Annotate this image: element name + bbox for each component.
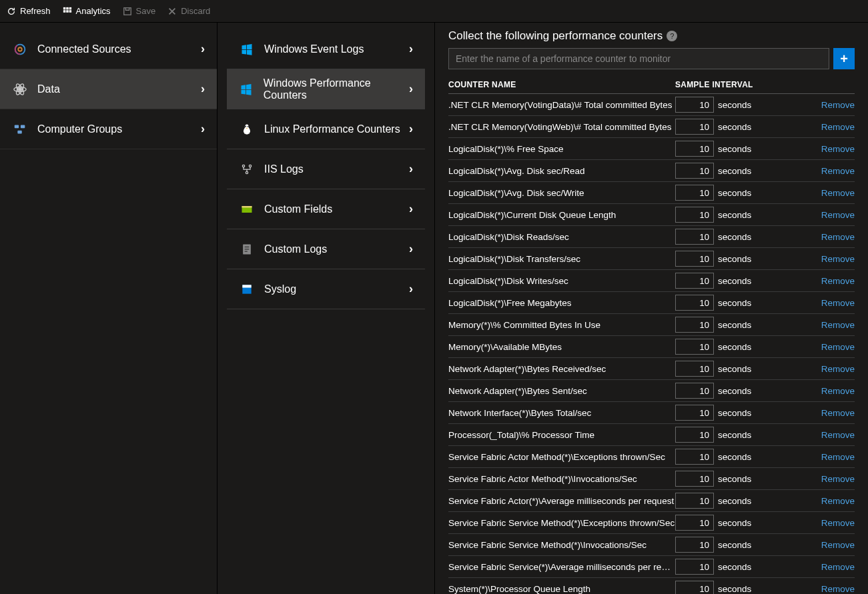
interval-input[interactable]: [675, 361, 714, 377]
interval-input[interactable]: [675, 537, 714, 553]
interval-input[interactable]: [675, 97, 714, 113]
nav-data[interactable]: Data ›: [0, 69, 217, 109]
seconds-label: seconds: [718, 100, 751, 110]
interval-input[interactable]: [675, 251, 714, 267]
remove-link[interactable]: Remove: [821, 452, 855, 462]
interval-input[interactable]: [675, 185, 714, 201]
interval-input[interactable]: [675, 493, 714, 509]
counter-interval: seconds: [675, 273, 782, 289]
remove-link[interactable]: Remove: [821, 430, 855, 440]
seconds-label: seconds: [718, 254, 751, 264]
nav-windows-perf-counters[interactable]: Windows Performance Counters ›: [227, 69, 425, 109]
interval-input[interactable]: [675, 119, 714, 135]
counter-interval: seconds: [675, 405, 782, 421]
interval-input[interactable]: [675, 339, 714, 355]
interval-input[interactable]: [675, 207, 714, 223]
remove-link[interactable]: Remove: [821, 254, 855, 264]
counter-row: LogicalDisk(*)\Disk Writes/secsecondsRem…: [448, 270, 855, 292]
data-icon: [12, 81, 28, 97]
remove-link[interactable]: Remove: [821, 364, 855, 374]
remove-link[interactable]: Remove: [821, 100, 855, 110]
nav-windows-event-logs[interactable]: Windows Event Logs ›: [227, 29, 425, 69]
interval-input[interactable]: [675, 581, 714, 594]
nav-custom-fields[interactable]: Custom Fields ›: [227, 189, 425, 229]
nav-iis-logs[interactable]: IIS Logs ›: [227, 149, 425, 189]
chevron-right-icon: ›: [201, 42, 205, 56]
custom-logs-icon: [239, 241, 255, 257]
svg-rect-14: [15, 125, 19, 128]
remove-link[interactable]: Remove: [821, 496, 855, 506]
counter-row: Network Adapter(*)\Bytes Received/secsec…: [448, 358, 855, 380]
analytics-button[interactable]: Analytics: [63, 6, 111, 16]
remove-link[interactable]: Remove: [821, 122, 855, 132]
interval-input[interactable]: [675, 163, 714, 179]
interval-input[interactable]: [675, 449, 714, 465]
svg-point-7: [18, 47, 22, 51]
remove-link[interactable]: Remove: [821, 188, 855, 198]
counter-interval: seconds: [675, 493, 782, 509]
remove-link[interactable]: Remove: [821, 342, 855, 352]
remove-link[interactable]: Remove: [821, 276, 855, 286]
interval-input[interactable]: [675, 295, 714, 311]
interval-input[interactable]: [675, 427, 714, 443]
nav-label: Custom Fields: [264, 203, 332, 215]
counter-interval: seconds: [675, 295, 782, 311]
nav-connected-sources[interactable]: Connected Sources ›: [0, 29, 217, 69]
custom-fields-icon: [239, 201, 255, 217]
add-counter-button[interactable]: +: [833, 48, 855, 69]
counters-panel: Collect the following performance counte…: [435, 23, 868, 594]
svg-rect-3: [63, 10, 65, 13]
counter-name-input[interactable]: [448, 48, 829, 69]
interval-input[interactable]: [675, 559, 714, 575]
interval-input[interactable]: [675, 471, 714, 487]
interval-input[interactable]: [675, 141, 714, 157]
nav-computer-groups[interactable]: Computer Groups ›: [0, 109, 217, 149]
remove-link[interactable]: Remove: [821, 166, 855, 176]
windows-icon: [239, 41, 255, 57]
remove-link[interactable]: Remove: [821, 144, 855, 154]
counter-row: LogicalDisk(*)\Disk Reads/secsecondsRemo…: [448, 226, 855, 248]
secondary-nav: Windows Event Logs › Windows Performance…: [218, 23, 435, 594]
remove-link[interactable]: Remove: [821, 474, 855, 484]
interval-input[interactable]: [675, 515, 714, 531]
discard-icon: [167, 7, 177, 16]
save-button[interactable]: Save: [123, 6, 156, 16]
svg-rect-1: [66, 7, 69, 9]
toolbar: Refresh Analytics Save Discard: [0, 0, 868, 23]
nav-syslog[interactable]: Syslog ›: [227, 269, 425, 309]
remove-link[interactable]: Remove: [821, 562, 855, 572]
remove-link[interactable]: Remove: [821, 518, 855, 528]
discard-button[interactable]: Discard: [167, 6, 210, 16]
refresh-button[interactable]: Refresh: [7, 6, 51, 16]
remove-link[interactable]: Remove: [821, 320, 855, 330]
counter-row: Memory(*)\% Committed Bytes In Usesecond…: [448, 314, 855, 336]
remove-link[interactable]: Remove: [821, 408, 855, 418]
refresh-icon: [7, 7, 16, 16]
seconds-label: seconds: [718, 452, 751, 462]
interval-input[interactable]: [675, 229, 714, 245]
counter-row: Network Adapter(*)\Bytes Sent/secseconds…: [448, 380, 855, 402]
interval-input[interactable]: [675, 273, 714, 289]
remove-link[interactable]: Remove: [821, 386, 855, 396]
nav-custom-logs[interactable]: Custom Logs ›: [227, 229, 425, 269]
remove-link[interactable]: Remove: [821, 210, 855, 220]
remove-link[interactable]: Remove: [821, 540, 855, 550]
counter-interval: seconds: [675, 251, 782, 267]
remove-link[interactable]: Remove: [821, 298, 855, 308]
seconds-label: seconds: [718, 188, 751, 198]
counter-row: Service Fabric Actor Method(*)\Invocatio…: [448, 468, 855, 490]
interval-input[interactable]: [675, 405, 714, 421]
remove-link[interactable]: Remove: [821, 584, 855, 594]
svg-point-21: [246, 171, 248, 173]
counter-name: LogicalDisk(*)\Avg. Disk sec/Read: [448, 166, 675, 176]
interval-input[interactable]: [675, 383, 714, 399]
remove-link[interactable]: Remove: [821, 232, 855, 242]
counter-interval: seconds: [675, 339, 782, 355]
nav-linux-perf-counters[interactable]: Linux Performance Counters ›: [227, 109, 425, 149]
interval-input[interactable]: [675, 317, 714, 333]
svg-rect-29: [242, 285, 251, 287]
counter-name: Memory(*)\% Committed Bytes In Use: [448, 320, 675, 330]
counter-name: Service Fabric Actor Method(*)\Exception…: [448, 452, 675, 462]
seconds-label: seconds: [718, 562, 751, 572]
help-icon[interactable]: ?: [667, 31, 677, 41]
